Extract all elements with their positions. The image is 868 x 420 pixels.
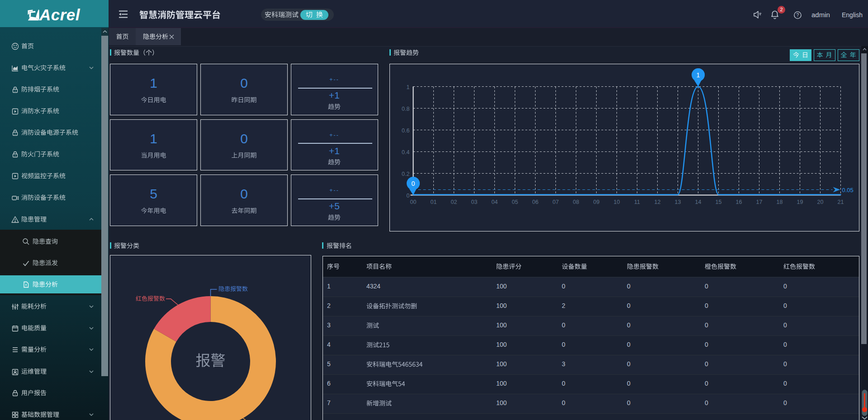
svg-text:0.8: 0.8 [402,106,409,112]
svg-text:21: 21 [838,199,844,205]
svg-text:11: 11 [634,199,640,205]
svg-text:1: 1 [697,71,700,79]
svg-text:0.2: 0.2 [402,171,409,177]
svg-text:01: 01 [431,199,437,205]
svg-text:05: 05 [512,199,518,205]
svg-text:18: 18 [777,199,783,205]
svg-text:1: 1 [407,84,410,90]
svg-text:0.6: 0.6 [402,127,409,134]
svg-text:12: 12 [655,199,661,205]
svg-text:14: 14 [695,199,702,205]
svg-text:0.05: 0.05 [842,187,854,193]
svg-text:09: 09 [593,199,600,205]
svg-text:08: 08 [573,199,579,205]
svg-text:0: 0 [412,180,415,187]
svg-text:06: 06 [532,199,539,205]
svg-text:02: 02 [451,199,457,205]
svg-text:19: 19 [797,199,803,205]
svg-text:0: 0 [407,193,410,199]
svg-text:16: 16 [736,199,742,205]
svg-text:15: 15 [716,199,722,205]
svg-text:00: 00 [410,199,417,205]
svg-text:13: 13 [675,199,681,205]
svg-text:20: 20 [817,199,824,205]
svg-text:07: 07 [553,199,559,205]
svg-text:03: 03 [471,199,478,205]
svg-text:10: 10 [614,199,620,205]
svg-text:17: 17 [756,199,763,205]
svg-text:?: ? [797,12,799,18]
svg-text:0.4: 0.4 [402,149,409,156]
svg-text:04: 04 [492,199,498,205]
